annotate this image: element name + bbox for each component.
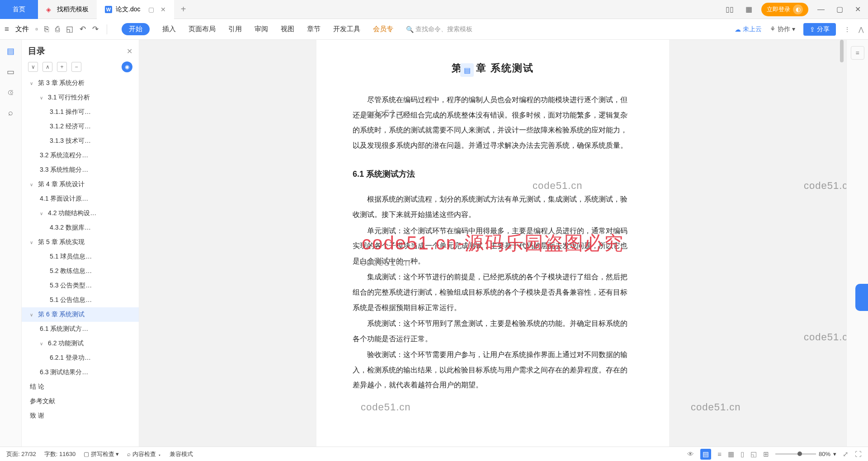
apps-icon[interactable]: ▦ [743, 5, 755, 14]
web-view-icon[interactable]: ▦ [728, 450, 734, 458]
fit-page-icon[interactable]: ⤢ [843, 450, 849, 458]
ribbon-tab-vip[interactable]: 会员专 [373, 25, 393, 33]
outline-item[interactable]: 6.1 系统测试方… [22, 322, 139, 336]
cloud-status[interactable]: ☁ 未上云 [735, 25, 762, 33]
maximize-icon[interactable]: ▢ [834, 5, 846, 14]
vertical-scrollbar[interactable] [840, 40, 844, 447]
outline-item[interactable]: ∨第 6 章 系统测试 [22, 307, 139, 322]
zoom-control[interactable]: 80% ▾ [775, 451, 836, 457]
document-page[interactable]: 第 6 章 系统测试 尽管系统在编码过程中，程序的编制人员也会对编程的功能模块进… [316, 40, 669, 447]
file-menu[interactable]: 文件 [15, 25, 29, 33]
layout-icon[interactable]: ▯▯ [723, 5, 736, 14]
eye-icon[interactable]: 👁 [687, 450, 694, 458]
outline-item[interactable]: ∨第 5 章 系统实现 [22, 235, 139, 249]
outline-item[interactable]: 3.1.2 经济可… [22, 119, 139, 134]
chevron-down-icon[interactable]: ∨ [40, 211, 45, 216]
remove-level-icon[interactable]: − [71, 62, 81, 72]
outline-item[interactable]: 4.3.2 数据库… [22, 221, 139, 235]
print-icon[interactable]: ⎙ [55, 25, 60, 34]
outline-item[interactable]: ∨6.2 功能测试 [22, 336, 139, 351]
ribbon-tab-review[interactable]: 审阅 [255, 25, 268, 33]
outline-item[interactable]: ∨第 3 章 系统分析 [22, 76, 139, 90]
compat-mode[interactable]: 兼容模式 [170, 450, 193, 458]
add-tab-button[interactable]: + [174, 4, 192, 14]
outline-item[interactable]: 6.3 测试结果分… [22, 365, 139, 380]
outline-item[interactable]: 结 论 [22, 380, 139, 394]
ribbon-tab-developer[interactable]: 开发工具 [333, 25, 360, 33]
chevron-down-icon[interactable]: ∨ [30, 312, 35, 317]
fullscreen-icon[interactable]: ⛶ [855, 450, 862, 458]
chevron-down-icon[interactable]: ∨ [30, 240, 35, 245]
login-button[interactable]: 立即登录 ◐ [761, 3, 808, 16]
outline-item[interactable]: 5.1 公告信息… [22, 293, 139, 307]
outline-close-icon[interactable]: ✕ [127, 47, 132, 56]
more-icon[interactable]: ⋮ [844, 26, 850, 33]
outline-list[interactable]: ∨第 3 章 系统分析∨3.1 可行性分析3.1.1 操作可…3.1.2 经济可… [22, 76, 139, 447]
find-icon[interactable]: ⌕ [8, 108, 13, 118]
chevron-down-icon[interactable]: ∨ [40, 341, 45, 346]
outline-item[interactable]: 3.2 系统流程分… [22, 148, 139, 163]
outline-item[interactable]: 参考文献 [22, 394, 139, 409]
tab-window-icon[interactable]: ▢ [148, 6, 154, 13]
outline-item[interactable]: ∨第 4 章 系统设计 [22, 177, 139, 192]
outline-item[interactable]: 5.1 球员信息… [22, 249, 139, 264]
outline-item[interactable]: 3.3 系统性能分… [22, 163, 139, 177]
chevron-down-icon[interactable]: ∨ [30, 182, 35, 187]
side-handle[interactable] [855, 284, 868, 311]
chevron-down-icon[interactable]: ∨ [30, 81, 35, 86]
read-view-icon[interactable]: ▯ [741, 450, 744, 458]
undo-icon[interactable]: ↶ [80, 24, 86, 34]
outline-item[interactable]: 3.1.3 技术可… [22, 134, 139, 148]
expand-all-icon[interactable]: ∧ [42, 62, 52, 72]
redo-icon[interactable]: ↷ [92, 24, 99, 34]
minimize-icon[interactable]: — [815, 5, 827, 14]
ai-assistant-icon[interactable]: ◉ [122, 61, 132, 72]
ribbon-tab-references[interactable]: 引用 [228, 25, 242, 33]
share-button[interactable]: ⇪ 分享 [803, 23, 836, 36]
spellcheck-button[interactable]: ▢ 拼写检查 ▾ [84, 450, 119, 458]
tab-templates[interactable]: ◈ 找稻壳模板 [38, 0, 97, 19]
page-view-icon[interactable]: ▤ [700, 449, 711, 460]
close-window-icon[interactable]: ✕ [852, 5, 863, 14]
collab-button[interactable]: ⚘ 协作 ▾ [770, 25, 795, 33]
collapse-all-icon[interactable]: ∨ [28, 62, 38, 72]
outline-item[interactable]: 4.1 界面设计原… [22, 192, 139, 206]
chevron-down-icon[interactable]: ∨ [40, 95, 45, 100]
outline-item[interactable]: 5.3 公告类型… [22, 278, 139, 293]
settings-panel-icon[interactable]: ≡ [851, 46, 864, 60]
outline-item[interactable]: 致 谢 [22, 409, 139, 423]
word-count[interactable]: 字数: 11630 [44, 450, 75, 458]
print-preview-icon[interactable]: ◱ [66, 24, 73, 34]
close-icon[interactable]: ✕ [160, 6, 166, 13]
outline-item[interactable]: 5.2 教练信息… [22, 264, 139, 278]
tab-home[interactable]: 首页 [0, 0, 38, 19]
collapse-ribbon-icon[interactable]: ⋀ [859, 26, 863, 33]
command-search[interactable]: 🔍 查找命令、搜索模板 [406, 25, 472, 33]
scroll-thumb[interactable] [840, 40, 844, 62]
page-status[interactable]: 页面: 27/32 [6, 450, 36, 458]
zoom-handle[interactable] [797, 452, 802, 456]
content-check-button[interactable]: ⌕ 内容检查 ▾ [127, 450, 161, 458]
outline-view-icon[interactable]: ≡ [717, 450, 722, 458]
tab-document[interactable]: W 论文.doc ▢ ✕ [97, 0, 174, 19]
add-level-icon[interactable]: + [57, 62, 67, 72]
ribbon-tab-sections[interactable]: 章节 [307, 25, 321, 33]
outline-item[interactable]: ∨4.2 功能结构设… [22, 206, 139, 221]
save-icon[interactable]: ▫ [35, 25, 38, 34]
save-as-icon[interactable]: ⎘ [44, 25, 49, 34]
zoom-slider[interactable] [775, 453, 816, 455]
page-menu-icon[interactable]: ▤ [460, 63, 474, 77]
ribbon-tab-start[interactable]: 开始 [122, 23, 150, 35]
bookmark-icon[interactable]: ⟃ [8, 88, 13, 97]
outline-icon[interactable]: ▤ [7, 46, 14, 56]
menu-icon[interactable]: ≡ [5, 25, 9, 34]
outline-item[interactable]: ∨3.1 可行性分析 [22, 90, 139, 105]
grid-view-icon[interactable]: ⊞ [763, 450, 769, 458]
ribbon-tab-view[interactable]: 视图 [281, 25, 294, 33]
outline-item[interactable]: 6.2.1 登录功… [22, 351, 139, 365]
print-view-icon[interactable]: ◱ [750, 450, 757, 458]
outline-item[interactable]: 3.1.1 操作可… [22, 105, 139, 119]
folder-icon[interactable]: ▭ [7, 67, 14, 77]
ribbon-tab-insert[interactable]: 插入 [162, 25, 176, 33]
ribbon-tab-layout[interactable]: 页面布局 [189, 25, 216, 33]
